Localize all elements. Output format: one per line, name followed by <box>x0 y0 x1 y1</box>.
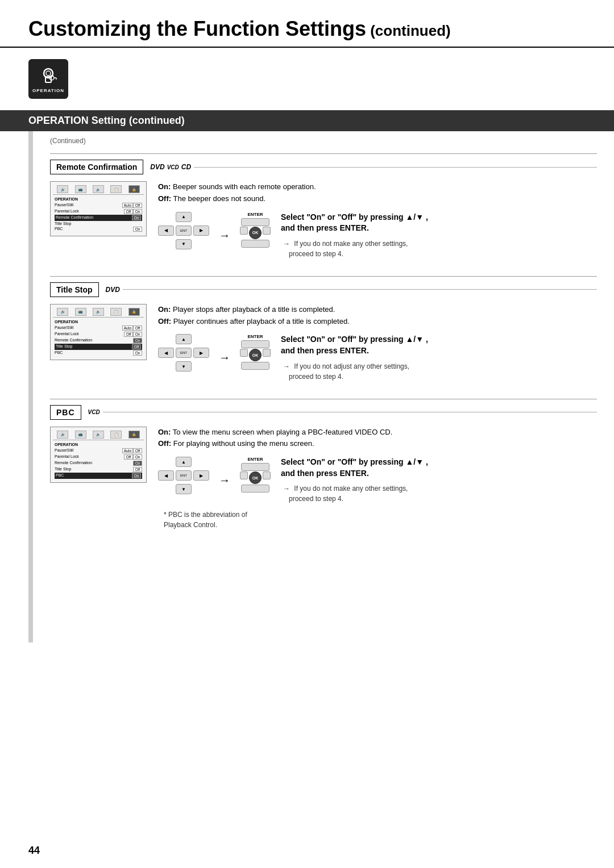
section-bar: OPERATION Setting (continued) <box>0 110 614 131</box>
remote-btn-right-2: ▶ <box>193 348 209 358</box>
on-desc-2: Player stops after playback of a title i… <box>173 305 335 314</box>
screen-mockup-3: 🔊 📺 🔈 📋 🔒 OPERATION Pause/Still Auto Off <box>50 427 147 483</box>
enter-btn-top-1 <box>241 218 269 226</box>
screen-row-3-3: Remote Confirmation On <box>55 460 142 466</box>
setting-block-title-stop: Title Stop DVD 🔊 📺 🔈 📋 🔒 <box>50 276 597 382</box>
arrow-right-2: → <box>219 351 230 364</box>
enter-remote-3: ENTER OK <box>240 457 271 493</box>
screen-row-1-3-highlighted: Remote Confirmation On <box>55 215 142 221</box>
continued-text: (Continued) <box>50 137 597 145</box>
remote-mockup-1: ▲ ◀ ENT ▶ ▼ <box>158 212 209 249</box>
screen-row-3-2: Parental Lock Off On <box>55 454 142 460</box>
screen-section-title-2: OPERATION <box>55 320 142 324</box>
enter-btn-mid-3: OK <box>240 471 271 484</box>
remote-btn-left-3: ◀ <box>158 470 174 481</box>
header-line-2 <box>123 289 597 290</box>
desc-area-3: On: To view the menu screen when playing… <box>158 427 597 531</box>
screen-row-2-3: Remote Confirmation On <box>55 337 142 344</box>
icon-box-2-4: 📋 <box>110 308 122 316</box>
badge-cd-1: CD <box>181 163 191 171</box>
content-area: (Continued) Remote Confirmation DVD VCD … <box>33 131 614 642</box>
note-2: → If you do not adjust any other setting… <box>277 361 428 382</box>
enter-btn-mid-1: OK <box>240 227 271 239</box>
main-content: (Continued) Remote Confirmation DVD VCD … <box>0 131 614 642</box>
screen-top-icons-3: 🔊 📺 🔈 📋 🔒 <box>53 429 144 440</box>
screen-row-1-5: PBC On <box>55 226 142 232</box>
page-title: Customizing the Function Settings (conti… <box>28 17 586 41</box>
desc-area-1: On: Beeper sounds with each remote opera… <box>158 181 597 259</box>
screen-row-2-2: Parental Lock Off On <box>55 331 142 337</box>
remote-btn-left-2: ◀ <box>158 348 174 358</box>
remote-btn-left-1: ◀ <box>158 226 174 236</box>
setting-label-remote: Remote Confirmation <box>50 160 143 174</box>
enter-btn-center-3: OK <box>249 471 262 484</box>
icon-box-3: 🔈 <box>93 185 104 193</box>
instruction-1: Select "On" or "Off" by pressing ▲/▼ ,an… <box>281 212 428 234</box>
badge-dvd-1: DVD <box>150 163 164 171</box>
remote-btn-enter-small-2: ENT <box>176 348 192 358</box>
screen-row-3-1: Pause/Still Auto Off <box>55 448 142 454</box>
enter-btn-mid-left-3 <box>240 471 248 479</box>
section-label: OPERATION Setting (continued) <box>28 115 185 126</box>
off-label-1: Off: <box>158 194 171 203</box>
desc-lines-2: On: Player stops after playback of a tit… <box>158 304 597 328</box>
note-3: → If you do not make any other settings,… <box>277 483 428 504</box>
desc-lines-1: On: Beeper sounds with each remote opera… <box>158 181 597 205</box>
remote-btn-enter-small-3: ENT <box>176 470 192 481</box>
icon-box-3-1: 🔊 <box>57 431 68 439</box>
arrow-right-3: → <box>219 474 230 487</box>
on-desc-1: Beeper sounds with each remote operation… <box>173 182 316 191</box>
enter-btn-mid-right-2 <box>263 349 271 357</box>
setting-block-pbc: Pbc VCD 🔊 📺 🔈 📋 🔒 OP <box>50 399 597 531</box>
remote-btn-down-2: ▼ <box>176 361 192 372</box>
icon-box-3-4: 📋 <box>110 431 122 439</box>
enter-btn-top-3 <box>241 463 269 471</box>
desc-area-2: On: Player stops after playback of a tit… <box>158 304 597 382</box>
enter-remote-2: ENTER OK <box>240 334 271 370</box>
remote-btn-right-1: ▶ <box>193 226 209 236</box>
enter-btn-mid-right-1 <box>263 227 271 235</box>
screen-row-1-1: Pause/Still Auto Off <box>55 202 142 208</box>
setting-header-3: Pbc VCD <box>50 399 597 420</box>
control-section-3: ▲ ◀ ENT ▶ ▼ → <box>158 457 597 504</box>
svg-point-1 <box>46 71 51 76</box>
control-section-1: ▲ ◀ ENT ▶ ▼ → <box>158 212 597 259</box>
instruction-2: Select "On" or "Off" by pressing ▲/▼ ,an… <box>281 334 428 356</box>
footnote: * PBC is the abbreviation of Playback Co… <box>158 510 597 530</box>
screen-section-title-3: OPERATION <box>55 443 142 446</box>
setting-label-pbc: Pbc <box>50 405 81 420</box>
enter-label-1: ENTER <box>247 212 263 217</box>
page-header: Customizing the Function Settings (conti… <box>0 0 614 48</box>
icon-box-2-2: 📺 <box>75 308 86 316</box>
off-label-3: Off: <box>158 439 171 448</box>
screen-row-3-4: Title Stop Off <box>55 466 142 473</box>
remote-btn-up-1: ▲ <box>176 212 192 222</box>
screen-top-icons-2: 🔊 📺 🔈 📋 🔒 <box>53 307 144 318</box>
screen-row-2-4-highlighted: Title Stop Off <box>55 344 142 350</box>
enter-label-2: ENTER <box>247 334 263 339</box>
icon-box-1: 🔊 <box>57 185 68 193</box>
remote-mockup-3: ▲ ◀ ENT ▶ ▼ <box>158 457 209 494</box>
icon-box-3-3: 🔈 <box>93 431 104 439</box>
control-section-2: ▲ ◀ ENT ▶ ▼ → <box>158 334 597 381</box>
enter-btn-mid-left-1 <box>240 227 248 235</box>
title-suffix: (continued) <box>366 22 451 39</box>
remote-btn-up-2: ▲ <box>176 334 192 344</box>
setting-header-1: Remote Confirmation DVD VCD CD <box>50 153 597 174</box>
setting-body-3: 🔊 📺 🔈 📋 🔒 OPERATION Pause/Still Auto Off <box>50 427 597 531</box>
operation-label: OPERATION <box>32 88 64 93</box>
off-desc-3: For playing without using the menu scree… <box>173 439 314 448</box>
enter-btn-group-2: OK <box>240 340 271 370</box>
device-badges-2: DVD <box>106 286 120 294</box>
page-number: 44 <box>28 845 40 857</box>
off-label-2: Off: <box>158 317 171 326</box>
screen-row-1-4: Title Stop <box>55 221 142 226</box>
badge-dvd-2: DVD <box>106 286 120 294</box>
enter-btn-mid-2: OK <box>240 349 271 361</box>
icon-box-2-5-active: 🔒 <box>128 308 140 316</box>
on-label-1: On: <box>158 182 171 191</box>
enter-btn-center-2: OK <box>249 349 262 361</box>
icon-box-2: 📺 <box>75 185 86 193</box>
instruction-area-2: Select "On" or "Off" by pressing ▲/▼ ,an… <box>277 334 428 381</box>
footnote-line1: * PBC is the abbreviation of <box>164 510 597 520</box>
